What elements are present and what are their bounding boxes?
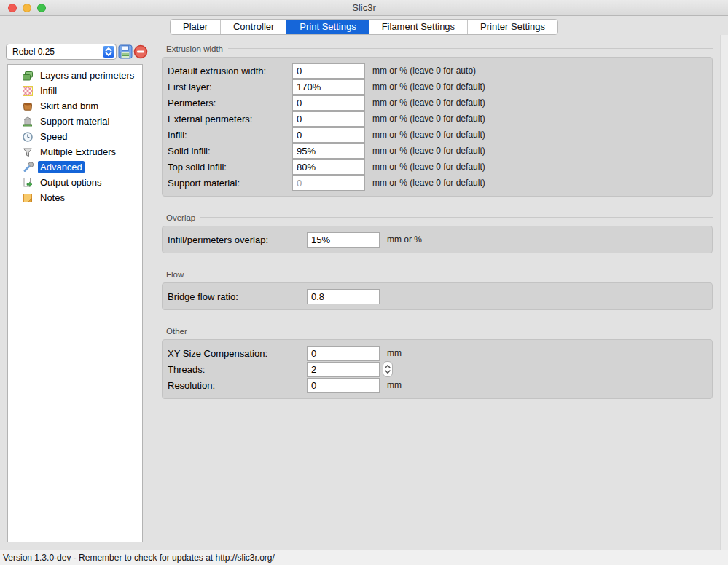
- wrench-icon: [22, 162, 34, 173]
- tree-item-label: Layers and perimeters: [38, 69, 136, 82]
- layers-icon: [22, 70, 34, 82]
- setting-row-bridge-flow-ratio: Bridge flow ratio:: [163, 288, 712, 304]
- tab-controller[interactable]: Controller: [220, 20, 286, 34]
- external-perimeters-width-input[interactable]: [292, 111, 365, 127]
- tree-item-skirt-and-brim[interactable]: Skirt and brim: [8, 98, 142, 114]
- infill-width-input[interactable]: [292, 127, 365, 143]
- extruders-icon: [22, 146, 34, 158]
- section-title: Extrusion width: [162, 44, 223, 53]
- tree-item-label: Notes: [38, 191, 67, 204]
- section-title: Flow: [162, 270, 184, 279]
- setting-row-external-perimeters: External perimeters: mm or % (leave 0 fo…: [163, 111, 712, 127]
- setting-row-threads: Threads:: [163, 361, 712, 377]
- tree-item-label: Output options: [38, 176, 104, 189]
- section-overlap: Overlap Infill/perimeters overlap: mm or…: [162, 213, 713, 253]
- support-icon: [22, 116, 34, 127]
- infill-icon: [22, 85, 34, 97]
- setting-row-support-material: Support material: mm or % (leave 0 for d…: [163, 175, 712, 191]
- support-material-width-input: [292, 175, 365, 191]
- section-rule: [189, 274, 713, 274]
- setting-row-perimeters: Perimeters: mm or % (leave 0 for default…: [163, 95, 712, 111]
- tree-item-layers-and-perimeters[interactable]: Layers and perimeters: [8, 68, 142, 83]
- solid-infill-width-input[interactable]: [292, 143, 365, 159]
- tree-item-notes[interactable]: Notes: [8, 190, 142, 205]
- threads-stepper[interactable]: [383, 361, 393, 377]
- setting-row-resolution: Resolution: mm: [163, 377, 712, 393]
- section-title: Overlap: [162, 213, 195, 222]
- setting-row-solid-infill: Solid infill: mm or % (leave 0 for defau…: [163, 143, 712, 159]
- default-extrusion-width-input[interactable]: [292, 63, 365, 79]
- notes-icon: [22, 192, 34, 204]
- setting-row-infill: Infill: mm or % (leave 0 for default): [163, 127, 712, 143]
- settings-segmented-control: Plater Controller Print Settings Filamen…: [170, 19, 558, 35]
- preset-select[interactable]: Rebel 0.25: [6, 44, 117, 60]
- section-rule: [200, 217, 713, 218]
- setting-row-first-layer: First layer: mm or % (leave 0 for defaul…: [163, 79, 712, 95]
- print-settings-advanced-page: Extrusion width Default extrusion width:…: [162, 44, 713, 415]
- status-bar: Version 1.3.0-dev - Remember to check fo…: [0, 550, 728, 565]
- delete-preset-button[interactable]: [133, 44, 148, 59]
- settings-tree-panel: Layers and perimeters Infill: [7, 64, 143, 542]
- slic3r-window: Slic3r Plater Controller Print Settings …: [0, 0, 728, 565]
- save-icon: [118, 49, 133, 61]
- tab-printer-settings[interactable]: Printer Settings: [467, 20, 557, 34]
- section-flow: Flow Bridge flow ratio:: [162, 269, 713, 310]
- tree-item-speed[interactable]: Speed: [8, 129, 142, 144]
- combo-stepper-icon: [103, 46, 114, 58]
- tree-item-label: Advanced: [38, 161, 85, 173]
- tree-item-infill[interactable]: Infill: [8, 83, 142, 98]
- window-title: Slic3r: [0, 0, 728, 15]
- scrollbar-track[interactable]: [720, 35, 728, 550]
- tree-item-support-material[interactable]: Support material: [8, 114, 142, 129]
- setting-row-xy-size-compensation: XY Size Compensation: mm: [163, 345, 712, 361]
- tree-item-output-options[interactable]: Output options: [8, 175, 142, 190]
- setting-row-infill-perimeters-overlap: Infill/perimeters overlap: mm or %: [163, 232, 712, 248]
- tree-item-label: Multiple Extruders: [38, 146, 118, 158]
- section-title: Other: [162, 327, 187, 336]
- section-rule: [192, 331, 713, 331]
- section-other: Other XY Size Compensation: mm Threads:: [162, 326, 713, 399]
- top-solid-infill-width-input[interactable]: [292, 159, 365, 175]
- tree-item-advanced[interactable]: Advanced: [8, 159, 142, 175]
- tab-bar: Plater Controller Print Settings Filamen…: [0, 19, 728, 35]
- status-text: Version 1.3.0-dev - Remember to check fo…: [3, 550, 275, 565]
- skirt-icon: [22, 100, 34, 112]
- setting-row-top-solid-infill: Top solid infill: mm or % (leave 0 for d…: [163, 159, 712, 175]
- tree-item-label: Speed: [38, 130, 70, 143]
- section-extrusion-width: Extrusion width Default extrusion width:…: [162, 44, 713, 197]
- threads-input[interactable]: [307, 362, 380, 377]
- settings-tree: Layers and perimeters Infill: [8, 65, 142, 205]
- delete-icon: [133, 49, 148, 61]
- tab-plater[interactable]: Plater: [171, 20, 220, 34]
- infill-perimeters-overlap-input[interactable]: [307, 232, 380, 248]
- setting-row-default-extrusion-width: Default extrusion width: mm or % (leave …: [163, 63, 712, 79]
- resolution-input[interactable]: [307, 378, 380, 393]
- tree-item-label: Support material: [38, 115, 111, 127]
- tree-item-label: Skirt and brim: [38, 100, 101, 112]
- speed-icon: [22, 131, 34, 143]
- titlebar: Slic3r: [0, 0, 728, 16]
- bridge-flow-ratio-input[interactable]: [307, 289, 380, 304]
- tab-print-settings[interactable]: Print Settings: [286, 20, 368, 34]
- save-preset-button[interactable]: [118, 44, 133, 59]
- output-icon: [22, 177, 34, 189]
- tree-item-multiple-extruders[interactable]: Multiple Extruders: [8, 144, 142, 159]
- perimeters-width-input[interactable]: [292, 95, 365, 111]
- first-layer-width-input[interactable]: [292, 79, 365, 95]
- tree-item-label: Infill: [38, 84, 59, 97]
- section-rule: [228, 48, 713, 49]
- tab-filament-settings[interactable]: Filament Settings: [369, 20, 467, 34]
- xy-size-compensation-input[interactable]: [307, 346, 380, 361]
- preset-select-value: Rebel 0.25: [12, 44, 55, 59]
